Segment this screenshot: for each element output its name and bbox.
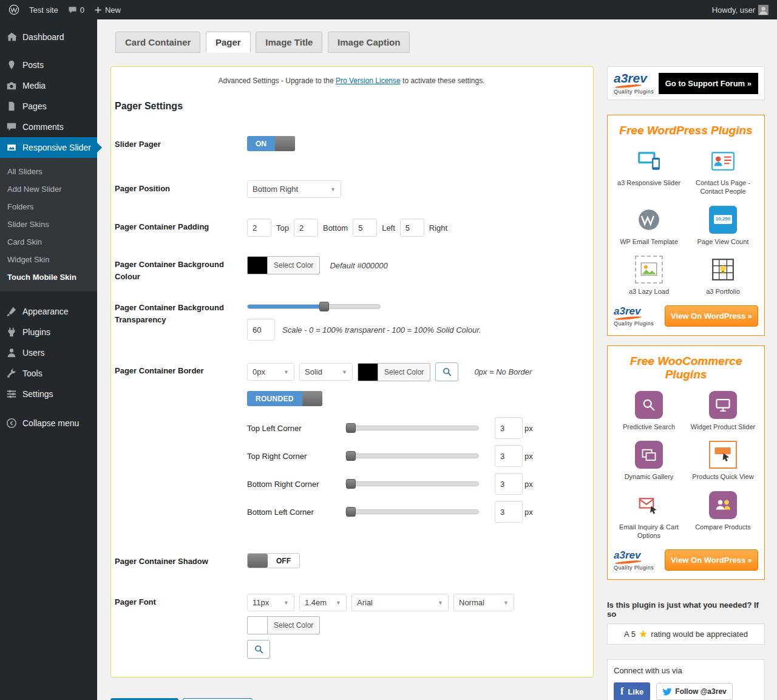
padding-top-label: Top [276, 223, 289, 233]
tab-image-title[interactable]: Image Title [256, 32, 322, 53]
submenu-item-all-sliders[interactable]: All Sliders [0, 163, 97, 180]
sidebar-item-appearance[interactable]: Appearance [0, 301, 97, 322]
sidebar-item-comments[interactable]: Comments [0, 117, 97, 137]
sidebar-item-pages[interactable]: Pages [0, 96, 97, 117]
font-color-preview-button[interactable] [247, 640, 270, 659]
support-forum-button[interactable]: Go to Support Forum » [659, 73, 758, 94]
border-select-color-button[interactable]: Select Color [378, 363, 430, 381]
top-left-corner-input[interactable] [495, 417, 523, 439]
padding-top-input[interactable] [247, 219, 271, 237]
plugin-page-view-count[interactable]: 10,250 Page View Count [688, 206, 758, 246]
top-right-corner-input[interactable] [495, 445, 523, 467]
account-menu[interactable]: Howdy, user [712, 5, 769, 15]
top-right-corner-slider[interactable] [345, 454, 479, 458]
view-on-wordpress-button[interactable]: View On WordPress » [665, 549, 758, 571]
view-on-wordpress-button[interactable]: View On WordPress » [665, 305, 758, 327]
shadow-toggle[interactable]: OFF [247, 553, 300, 568]
rounded-toggle[interactable]: ROUNDED [247, 391, 322, 406]
sidebar-item-users[interactable]: Users [0, 342, 97, 363]
border-style-select[interactable]: Solid ▼ [299, 363, 353, 381]
plugin-email-inquiry-cart-options[interactable]: Email Inquiry & Cart Options [614, 491, 684, 540]
plugin-widget-product-slider[interactable]: Widget Product Slider [688, 391, 758, 431]
bg-colour-swatch[interactable] [247, 256, 268, 274]
sidebar-item-responsive-slider[interactable]: Responsive Slider [0, 137, 97, 158]
tab-card-container[interactable]: Card Container [115, 32, 200, 53]
toggle-knob [302, 391, 322, 406]
transparency-slider-handle[interactable] [319, 302, 329, 311]
top-left-corner-slider[interactable] [345, 426, 479, 430]
tab-pager[interactable]: Pager [206, 32, 251, 53]
twitter-follow-button[interactable]: Follow @a3rev [656, 683, 732, 700]
portfolio-icon [709, 256, 737, 284]
line-height-select[interactable]: 1.4em ▼ [299, 594, 347, 611]
support-box: a3rev Quality Plugins Go to Support Foru… [607, 66, 765, 100]
submenu-item-widget-skin[interactable]: Widget Skin [0, 251, 97, 268]
plugin-dynamic-gallery[interactable]: Dynamic Gallery [614, 441, 684, 481]
plugin-predictive-search[interactable]: Predictive Search [614, 391, 684, 431]
free-woocommerce-plugins-box: Free WooCommerce Plugins Predictive Sear… [607, 345, 765, 580]
pager-position-select[interactable]: Bottom Right ▼ [247, 180, 341, 198]
plugin-a3-portfolio[interactable]: a3 Portfolio [688, 256, 758, 296]
bottom-left-corner-slider[interactable] [345, 509, 479, 514]
plugin-a3-responsive-slider[interactable]: a3 Responsive Slider [614, 147, 684, 196]
plugin-label: WP Email Template [620, 238, 678, 245]
bg-select-color-button[interactable]: Select Color [268, 256, 320, 274]
plugin-a3-lazy-load[interactable]: a3 Lazy Load [614, 256, 684, 296]
plugin-wp-email-template[interactable]: WP Email Template [614, 206, 684, 246]
padding-bottom-input[interactable] [294, 219, 318, 237]
bottom-left-corner-input[interactable] [495, 501, 523, 523]
bottom-right-corner-input[interactable] [495, 473, 523, 495]
slider-handle[interactable] [346, 479, 356, 489]
slider-pager-toggle[interactable]: ON [247, 136, 295, 151]
sidebar-item-tools[interactable]: Tools [0, 363, 97, 384]
submenu-item-touch-mobile-skin[interactable]: Touch Mobile Skin [0, 268, 97, 286]
font-family-select[interactable]: Arial ▼ [351, 594, 449, 611]
facebook-like-button[interactable]: f Like [614, 682, 650, 700]
font-select-color-button[interactable]: Select Color [268, 616, 320, 634]
padding-right-label: Right [429, 223, 447, 233]
font-colour-swatch[interactable] [247, 616, 268, 634]
bottom-right-corner-slider[interactable] [345, 481, 479, 486]
slider-handle[interactable] [346, 451, 356, 461]
a3rev-logo-text: a3rev [614, 306, 654, 316]
slider-handle[interactable] [346, 507, 356, 517]
pro-version-license-link[interactable]: Pro Version License [336, 76, 401, 85]
sidebar-item-collapse-menu[interactable]: Collapse menu [0, 413, 97, 433]
sidebar-item-dashboard[interactable]: Dashboard [0, 27, 97, 47]
slider-pager-label: Slider Pager [115, 136, 247, 151]
transparency-value-input[interactable] [247, 319, 275, 341]
sidebar-item-plugins[interactable]: Plugins [0, 322, 97, 342]
sidebar-item-settings[interactable]: Settings [0, 384, 97, 404]
border-color-preview-button[interactable] [435, 362, 458, 381]
padding-bottom-label: Bottom [323, 223, 348, 233]
slider-handle[interactable] [346, 423, 356, 433]
widget-product-slider-icon [709, 391, 737, 419]
transparency-slider[interactable] [247, 304, 381, 309]
responsive-slider-icon [635, 147, 663, 175]
chevron-down-icon: ▼ [438, 600, 443, 606]
tab-image-caption[interactable]: Image Caption [328, 32, 410, 53]
plugin-products-quick-view[interactable]: Products Quick View [688, 441, 758, 481]
submenu-item-card-skin[interactable]: Card Skin [0, 233, 97, 251]
submenu-item-folders[interactable]: Folders [0, 198, 97, 216]
plugin-contact-us-page[interactable]: Contact Us Page - Contact People [688, 147, 758, 196]
font-weight-select[interactable]: Normal ▼ [453, 594, 514, 611]
border-width-select[interactable]: 0px ▼ [247, 363, 294, 381]
new-content-link[interactable]: New [94, 5, 121, 15]
plugin-compare-products[interactable]: Compare Products [688, 491, 758, 540]
sidebar-item-media[interactable]: Media [0, 75, 97, 96]
wordpress-logo-icon[interactable] [8, 4, 19, 15]
padding-right-input[interactable] [400, 219, 424, 237]
rating-box[interactable]: A 5 ★ rating would be appreciated [607, 624, 765, 645]
padding-left-input[interactable] [353, 219, 377, 237]
font-size-select[interactable]: 11px ▼ [247, 594, 294, 611]
sidebar-item-posts[interactable]: Posts [0, 55, 97, 75]
submenu-item-slider-skins[interactable]: Slider Skins [0, 216, 97, 233]
border-colour-swatch[interactable] [358, 363, 378, 381]
submenu-item-add-new-slider[interactable]: Add New Slider [0, 180, 97, 198]
plugin-label: a3 Portfolio [706, 288, 740, 295]
sidebar-item-label: Media [22, 81, 46, 90]
star-icon: ★ [639, 629, 648, 639]
site-name-link[interactable]: Test site [29, 5, 58, 15]
comments-admin-link[interactable]: 0 [68, 5, 84, 15]
